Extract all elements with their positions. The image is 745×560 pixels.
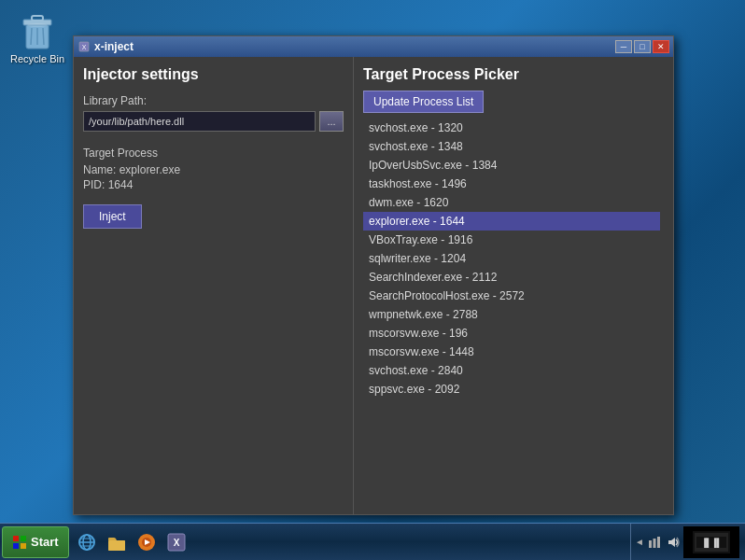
application-window: X x-inject ─ □ ✕ Injector settings Libra… — [73, 35, 674, 515]
svg-line-1 — [31, 28, 32, 45]
maximize-button[interactable]: □ — [634, 40, 651, 53]
browse-button[interactable]: ... — [319, 111, 344, 132]
update-process-list-button[interactable]: Update Process List — [363, 91, 484, 113]
path-row: ... — [83, 111, 344, 132]
tray-network-icon[interactable] — [646, 534, 663, 551]
process-list-item[interactable]: mscorsvw.exe - 196 — [363, 324, 660, 343]
svg-text:▐▌▐▌: ▐▌▐▌ — [701, 538, 722, 549]
clock-display: ▐▌▐▌ — [683, 526, 739, 558]
svg-rect-27 — [654, 539, 656, 548]
process-list-item[interactable]: SearchProtocolHost.exe - 2572 — [363, 287, 660, 305]
process-list-item[interactable]: mscorsvw.exe - 1448 — [363, 343, 660, 361]
process-list-item[interactable]: VBoxTray.exe - 1916 — [363, 231, 660, 249]
process-list-item[interactable]: sqlwriter.exe - 1204 — [363, 249, 660, 268]
process-list-container: svchost.exe - 1320svchost.exe - 1348IpOv… — [363, 119, 664, 505]
tray-volume-icon[interactable] — [665, 534, 682, 551]
recycle-bin-label: Recycle Bin — [10, 53, 64, 64]
name-label: Name: — [83, 163, 116, 176]
process-pid-display: PID: 1644 — [83, 178, 344, 191]
svg-rect-26 — [649, 540, 652, 548]
folder-icon[interactable] — [103, 526, 131, 558]
process-list-item[interactable]: IpOverUsbSvc.exe - 1384 — [363, 156, 660, 175]
process-list-item[interactable]: sppsvc.exe - 2092 — [363, 380, 660, 399]
window-content: Injector settings Library Path: ... Targ… — [74, 57, 673, 514]
taskbar-quick-launch: X — [73, 526, 190, 558]
library-path-label: Library Path: — [83, 94, 344, 107]
svg-text:X: X — [82, 44, 87, 50]
taskbar: Start — [0, 523, 745, 560]
pid-value: 1644 — [108, 178, 134, 191]
ie-icon[interactable] — [73, 526, 101, 558]
svg-marker-29 — [668, 538, 675, 547]
svg-rect-10 — [21, 536, 26, 541]
target-process-title: Target Process — [83, 147, 344, 160]
process-list-item[interactable]: dwm.exe - 1620 — [363, 193, 660, 212]
name-value: explorer.exe — [119, 163, 180, 176]
system-tray: ◄ ▐▌▐▌ — [630, 524, 743, 560]
window-controls[interactable]: ─ □ ✕ — [615, 40, 669, 53]
process-list[interactable]: svchost.exe - 1320svchost.exe - 1348IpOv… — [363, 119, 664, 505]
window-titlebar[interactable]: X x-inject ─ □ ✕ — [74, 36, 673, 57]
svg-rect-19 — [108, 540, 125, 551]
recycle-bin[interactable]: Recycle Bin — [9, 9, 65, 64]
library-path-input[interactable] — [83, 111, 316, 132]
app-icon-small: X — [77, 40, 91, 53]
process-list-item[interactable]: SearchIndexer.exe - 2112 — [363, 268, 660, 287]
desktop: Recycle Bin X x-inject ─ □ ✕ Injector se… — [0, 0, 745, 516]
process-list-item[interactable]: svchost.exe - 1348 — [363, 137, 660, 156]
recycle-bin-icon — [19, 9, 56, 50]
process-list-item[interactable]: taskhost.exe - 1496 — [363, 175, 660, 193]
svg-point-6 — [27, 23, 48, 27]
svg-rect-12 — [21, 543, 26, 549]
tray-expand-icon[interactable]: ◄ — [635, 537, 644, 547]
pid-label: PID: — [83, 178, 105, 191]
inject-button[interactable]: Inject — [83, 204, 142, 229]
process-list-item[interactable]: explorer.exe - 1644 — [363, 212, 660, 231]
process-list-item[interactable]: svchost.exe - 2840 — [363, 361, 660, 380]
svg-rect-5 — [32, 16, 43, 21]
left-panel: Injector settings Library Path: ... Targ… — [74, 57, 354, 514]
svg-rect-28 — [657, 537, 660, 548]
start-button[interactable]: Start — [2, 526, 69, 558]
close-button[interactable]: ✕ — [653, 40, 669, 53]
start-label: Start — [31, 535, 59, 549]
media-player-icon[interactable] — [133, 526, 161, 558]
target-process-picker-title: Target Process Picker — [363, 66, 664, 83]
minimize-button[interactable]: ─ — [615, 40, 632, 53]
process-list-item[interactable]: wmpnetwk.exe - 2788 — [363, 305, 660, 324]
windows-logo-icon — [12, 535, 27, 550]
process-name-display: Name: explorer.exe — [83, 163, 344, 176]
svg-line-3 — [43, 28, 44, 45]
right-panel: Target Process Picker Update Process Lis… — [354, 57, 673, 514]
process-list-item[interactable]: svchost.exe - 1320 — [363, 119, 660, 137]
window-title: x-inject — [94, 40, 615, 53]
svg-rect-9 — [13, 536, 19, 541]
app-taskbar-icon[interactable]: X — [162, 526, 190, 558]
svg-rect-11 — [13, 543, 19, 549]
svg-text:X: X — [173, 538, 179, 548]
target-process-section: Target Process Name: explorer.exe PID: 1… — [83, 147, 344, 229]
injector-settings-title: Injector settings — [83, 66, 344, 83]
